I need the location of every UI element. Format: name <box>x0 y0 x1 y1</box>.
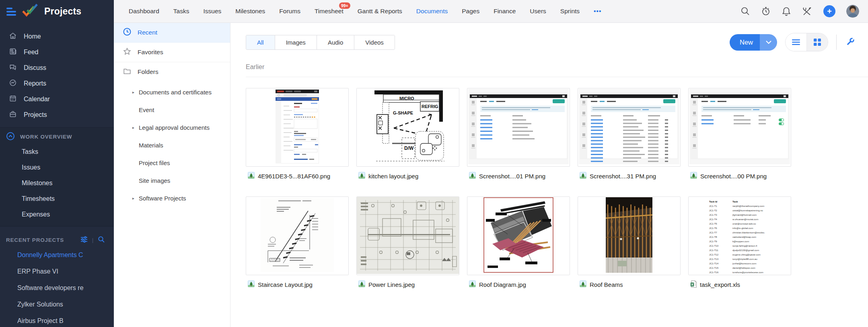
panel-item-recent[interactable]: Recent <box>114 23 230 43</box>
file-thumbnail-4e961de3-5-81af60-png[interactable] <box>246 88 349 167</box>
topnav-finance[interactable]: Finance <box>494 8 516 15</box>
hamburger-menu-icon[interactable] <box>6 8 16 16</box>
topnav-timesheet[interactable]: Timesheet99+ <box>315 8 343 15</box>
panel-item-folders[interactable]: Folders <box>114 62 230 82</box>
thumbnail-image <box>357 196 459 275</box>
file-name[interactable]: task_export.xls <box>700 281 740 288</box>
file-name-row: Roof Diagram.jpg <box>469 280 570 288</box>
recent-project-airbus-project-b[interactable]: Airbus Project B <box>0 313 114 327</box>
file-thumbnail-task-export-xls[interactable]: Task IdTaskJC1-T1ranjith@thenathcompany.… <box>688 196 791 275</box>
folder-label: Software Projects <box>139 195 186 202</box>
file-cell: Power Lines.jpeg <box>356 196 459 305</box>
topnav-users[interactable]: Users <box>530 8 546 15</box>
topnav-gantt-reports[interactable]: Gantt & Reports <box>358 8 402 15</box>
file-name[interactable]: kitchen layout.jpeg <box>368 173 418 180</box>
folder-site-images[interactable]: Site images <box>114 172 230 189</box>
file-name[interactable]: Staircase Layout.jpg <box>258 281 313 288</box>
folder-materials[interactable]: Materials <box>114 136 230 154</box>
project-search-icon[interactable] <box>98 236 105 244</box>
file-thumbnail-roof-beams[interactable] <box>578 196 681 275</box>
file-name[interactable]: Roof Diagram.jpg <box>479 281 526 288</box>
sidebar-item-calendar[interactable]: Calendar <box>0 91 114 107</box>
sidebar-item-projects[interactable]: Projects <box>0 107 114 123</box>
tab-images[interactable]: Images <box>275 35 317 49</box>
section-label: Earlier <box>230 51 868 71</box>
discuss-icon <box>9 63 17 73</box>
file-thumbnail-screenshot-00-pm-png[interactable] <box>688 88 791 167</box>
sidebar-nav: HomeFeedDiscussReportsCalendarProjects <box>0 23 114 123</box>
expand-caret-icon[interactable]: ▸ <box>132 90 134 94</box>
add-button[interactable]: + <box>823 5 835 17</box>
tab-all[interactable]: All <box>246 35 275 49</box>
recent-project-donnelly-apartments-c[interactable]: Donnelly Apartments C <box>0 247 114 263</box>
settings-wrench-icon[interactable] <box>845 37 857 47</box>
topbar-right-icons: + <box>740 5 868 18</box>
sidebar-item-feed[interactable]: Feed <box>0 44 114 60</box>
topnav-documents[interactable]: Documents <box>416 8 448 15</box>
collapse-circle-icon[interactable] <box>6 132 15 142</box>
thumbnail-image <box>468 89 569 166</box>
new-button[interactable]: New <box>730 34 777 51</box>
expand-caret-icon[interactable]: ▸ <box>132 196 134 200</box>
search-icon[interactable] <box>740 6 750 16</box>
file-thumbnail-screenshot-31-pm-png[interactable] <box>578 88 681 167</box>
list-view-button[interactable] <box>786 33 807 51</box>
folder-event[interactable]: Event <box>114 101 230 119</box>
folder-label: Documents and certificates <box>139 89 212 96</box>
excel-file-icon <box>690 280 697 289</box>
sidebar-item-discuss[interactable]: Discuss <box>0 60 114 76</box>
file-cell: Task IdTaskJC1-T1ranjith@thenathcompany.… <box>688 196 791 305</box>
file-thumbnail-screenshot-01-pm-png[interactable] <box>467 88 570 167</box>
tab-audio[interactable]: Audio <box>317 35 354 49</box>
tools-icon[interactable] <box>802 6 812 16</box>
grid-view-button[interactable] <box>807 33 828 51</box>
timer-icon[interactable] <box>761 6 771 16</box>
file-thumbnail-kitchen-layout-jpeg[interactable]: MICROREFRIGG-SHAPED/W <box>356 88 459 167</box>
sidebar-item-home[interactable]: Home <box>0 29 114 44</box>
notifications-bell-icon[interactable] <box>782 6 791 16</box>
panel-item-favorites[interactable]: Favorites <box>114 43 230 62</box>
work-overview-item-milestones[interactable]: Milestones <box>0 175 114 191</box>
topnav-pages[interactable]: Pages <box>462 8 479 15</box>
folder-documents-and-certificates[interactable]: ▸Documents and certificates <box>114 83 230 101</box>
avatar[interactable] <box>846 5 859 18</box>
filter-sliders-icon[interactable] <box>80 236 88 244</box>
folder-software-projects[interactable]: ▸Software Projects <box>114 189 230 207</box>
recent-project-zylker-solutions[interactable]: Zylker Solutions <box>0 296 114 313</box>
topnav-tasks[interactable]: Tasks <box>173 8 189 15</box>
file-name[interactable]: Power Lines.jpeg <box>368 281 415 288</box>
work-overview-item-expenses[interactable]: Expenses <box>0 206 114 222</box>
work-overview-header[interactable]: WORK OVERVIEW <box>0 129 114 144</box>
topnav-forums[interactable]: Forums <box>279 8 300 15</box>
expand-caret-icon[interactable]: ▸ <box>132 125 134 130</box>
file-name[interactable]: Screenshot....01 PM.png <box>479 173 545 180</box>
work-overview-item-timesheets[interactable]: Timesheets <box>0 191 114 206</box>
topnav-milestones[interactable]: Milestones <box>235 8 265 15</box>
work-overview-item-tasks[interactable]: Tasks <box>0 144 114 159</box>
sidebar-item-reports[interactable]: Reports <box>0 76 114 91</box>
topnav-more[interactable]: ••• <box>594 8 601 15</box>
new-button-label[interactable]: New <box>730 34 760 51</box>
file-name[interactable]: 4E961DE3-5...81AF60.png <box>258 173 330 180</box>
file-thumbnail-roof-diagram-jpg[interactable] <box>467 196 570 275</box>
thumbnail-image <box>276 90 319 165</box>
file-thumbnail-power-lines-jpeg[interactable] <box>356 196 459 275</box>
topnav-dashboard[interactable]: Dashboard <box>129 8 159 15</box>
new-dropdown-caret[interactable] <box>760 34 777 51</box>
work-overview-item-issues[interactable]: Issues <box>0 159 114 175</box>
brand-name: Projects <box>44 6 81 17</box>
feed-icon <box>9 47 17 57</box>
topnav-sprints[interactable]: Sprints <box>560 8 580 15</box>
folder-project-files[interactable]: Project files <box>114 154 230 172</box>
recent-project-software-developers-re[interactable]: Software developers re <box>0 280 114 296</box>
file-name[interactable]: Screenshot....00 PM.png <box>700 173 767 180</box>
file-name[interactable]: Screenshot....31 PM.png <box>590 173 656 180</box>
image-file-icon <box>469 280 476 288</box>
topnav-issues[interactable]: Issues <box>203 8 221 15</box>
file-name[interactable]: Roof Beams <box>590 281 623 288</box>
top-bar: DashboardTasksIssuesMilestonesForumsTime… <box>114 0 868 23</box>
file-thumbnail-staircase-layout-jpg[interactable] <box>246 196 349 275</box>
tab-videos[interactable]: Videos <box>354 35 395 49</box>
folder-legal-approval-documents[interactable]: ▸Legal approval documents <box>114 119 230 136</box>
recent-project-erp-phase-vi[interactable]: ERP Phase VI <box>0 263 114 280</box>
